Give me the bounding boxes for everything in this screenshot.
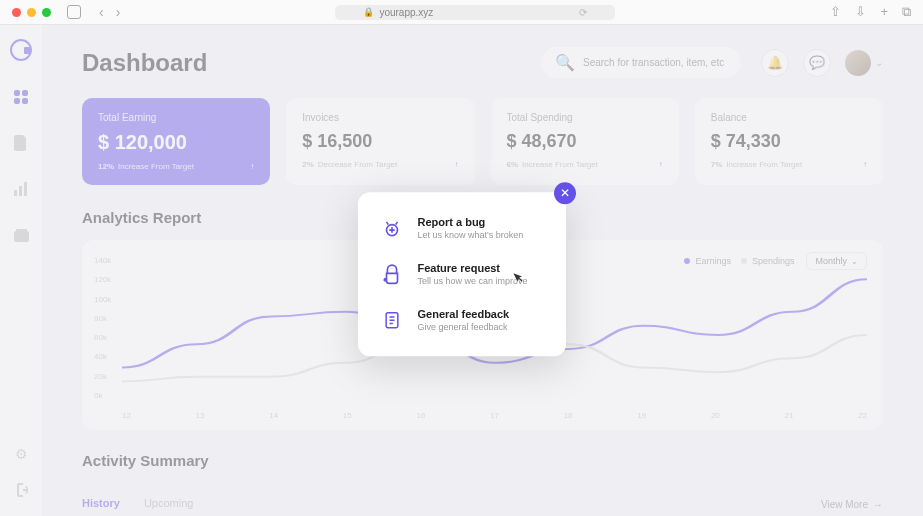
svg-rect-4 (16, 229, 27, 232)
legend-item: Spendings (741, 256, 795, 266)
card-value: $ 120,000 (98, 131, 254, 154)
search-wrap[interactable]: 🔍 (541, 47, 741, 78)
modal-item-subtitle: Let us know what's broken (418, 230, 524, 240)
stat-cards: Total Earning $ 120,000 12%Increase From… (82, 98, 883, 185)
bars-icon (14, 182, 28, 196)
tab-history[interactable]: History (82, 497, 120, 516)
general-feedback-icon (380, 308, 404, 332)
tab-upcoming[interactable]: Upcoming (144, 497, 194, 516)
dropdown-label: Monthly (815, 256, 847, 266)
url-bar[interactable]: 🔒 yourapp.xyz ⟳ (335, 5, 615, 20)
grid-icon (14, 90, 28, 104)
modal-close-button[interactable]: ✕ (554, 182, 576, 204)
reload-icon[interactable]: ⟳ (579, 7, 587, 18)
activity-tabs: HistoryUpcoming (82, 497, 821, 516)
card-label: Total Earning (98, 112, 254, 123)
arrow-up-icon: ↑ (863, 160, 867, 169)
wallet-icon (14, 229, 29, 242)
chevron-down-icon: ⌄ (851, 257, 858, 266)
card-label: Balance (711, 112, 867, 123)
sidebar-item-analytics[interactable] (13, 181, 29, 197)
stat-card-1[interactable]: Invoices $ 16,500 2%Decrease From Target… (286, 98, 474, 185)
activity-title: Activity Summary (82, 452, 883, 469)
stat-card-0[interactable]: Total Earning $ 120,000 12%Increase From… (82, 98, 270, 185)
browser-chrome: ‹ › 🔒 yourapp.xyz ⟳ ⇧ ⇩ + ⧉ (0, 0, 923, 25)
search-icon: 🔍 (555, 53, 575, 72)
user-menu[interactable]: ⌄ (845, 50, 883, 76)
chat-icon: 💬 (809, 55, 825, 70)
report-bug-icon (380, 216, 404, 240)
sidebar-item-dashboard[interactable] (13, 89, 29, 105)
lock-icon: 🔒 (363, 7, 374, 17)
minimize-window[interactable] (27, 8, 36, 17)
forward-button[interactable]: › (116, 4, 121, 20)
x-axis: 1213141516171819202122 (122, 411, 867, 420)
download-icon[interactable]: ⇩ (855, 4, 866, 20)
modal-item-subtitle: Give general feedback (418, 322, 510, 332)
arrow-up-icon: ↑ (659, 160, 663, 169)
url-text: yourapp.xyz (379, 7, 433, 18)
svg-rect-3 (14, 231, 29, 242)
sidebar-item-settings[interactable]: ⚙ (13, 446, 29, 462)
arrow-right-icon: → (873, 499, 883, 510)
sidebar: ⚙ (0, 25, 42, 516)
view-more-link[interactable]: View More → (821, 499, 883, 510)
back-button[interactable]: ‹ (99, 4, 104, 20)
app-logo[interactable] (10, 39, 32, 61)
card-value: $ 16,500 (302, 131, 458, 152)
new-tab-icon[interactable]: + (880, 4, 888, 20)
card-delta: 2%Decrease From Target ↑ (302, 160, 458, 169)
sidebar-item-logout[interactable] (13, 482, 29, 498)
stat-card-2[interactable]: Total Spending $ 48,670 6%Increase From … (491, 98, 679, 185)
search-input[interactable] (583, 57, 727, 68)
chart-period-dropdown[interactable]: Monthly ⌄ (806, 252, 867, 270)
feature-request-icon (380, 262, 404, 286)
gear-icon: ⚙ (15, 446, 28, 462)
card-delta: 7%Increase From Target ↑ (711, 160, 867, 169)
page-title: Dashboard (82, 49, 207, 77)
share-icon[interactable]: ⇧ (830, 4, 841, 20)
svg-rect-2 (24, 182, 27, 196)
modal-item-title: General feedback (418, 308, 510, 320)
view-more-label: View More (821, 499, 868, 510)
messages-button[interactable]: 💬 (803, 49, 831, 77)
maximize-window[interactable] (42, 8, 51, 17)
close-icon: ✕ (560, 186, 570, 200)
avatar (845, 50, 871, 76)
chevron-down-icon: ⌄ (875, 57, 883, 68)
arrow-up-icon: ↑ (250, 162, 254, 171)
arrow-up-icon: ↑ (455, 160, 459, 169)
sidebar-item-wallet[interactable] (13, 227, 29, 243)
card-label: Total Spending (507, 112, 663, 123)
modal-item-title: Report a bug (418, 216, 524, 228)
card-value: $ 48,670 (507, 131, 663, 152)
sidebar-item-documents[interactable] (13, 135, 29, 151)
y-axis: 140k120k100k80k60k40k20k0k (94, 256, 111, 400)
tabs-icon[interactable]: ⧉ (902, 4, 911, 20)
bell-icon: 🔔 (767, 55, 783, 70)
svg-rect-1 (19, 186, 22, 196)
document-icon (14, 135, 28, 151)
logout-icon (14, 483, 28, 497)
modal-item-general-feedback[interactable]: General feedback Give general feedback (380, 308, 544, 332)
stat-card-3[interactable]: Balance $ 74,330 7%Increase From Target … (695, 98, 883, 185)
sidebar-toggle-icon[interactable] (67, 5, 81, 19)
card-delta: 12%Increase From Target ↑ (98, 162, 254, 171)
card-delta: 6%Increase From Target ↑ (507, 160, 663, 169)
card-value: $ 74,330 (711, 131, 867, 152)
feedback-modal: ✕ Report a bug Let us know what's broken… (358, 192, 566, 356)
modal-item-report-bug[interactable]: Report a bug Let us know what's broken (380, 216, 544, 240)
close-window[interactable] (12, 8, 21, 17)
svg-rect-0 (14, 190, 17, 196)
cursor-pointer-icon (511, 272, 525, 291)
window-controls (12, 8, 51, 17)
card-label: Invoices (302, 112, 458, 123)
legend-item: Earnings (684, 256, 731, 266)
notifications-button[interactable]: 🔔 (761, 49, 789, 77)
